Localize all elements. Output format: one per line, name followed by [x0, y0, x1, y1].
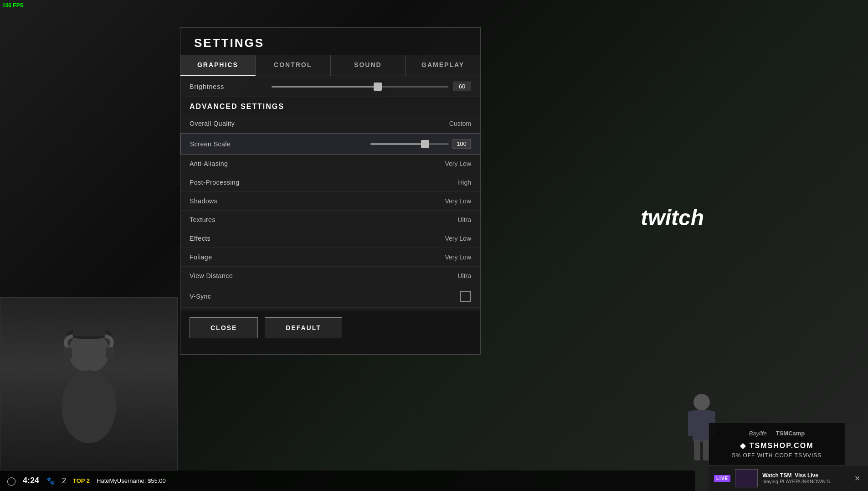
dialog-footer: CLOSE DEFAULT [180, 310, 480, 345]
tabs-bar: GRAPHICS CONTROL SOUND GAMEPLAY [180, 55, 480, 76]
vsync-row[interactable]: V-Sync [180, 285, 480, 308]
twitch-text: Watch TSM_Viss Live playing PLAYERUNKNOW… [762, 472, 847, 484]
twitch-stream-title: Watch TSM_Viss Live [762, 472, 847, 479]
tsmcamp-logo: TSMCamp [776, 430, 805, 437]
anti-aliasing-label: Anti-Aliasing [190, 160, 435, 167]
hud-rank: TOP 2 [73, 477, 90, 484]
screen-scale-slider-container: 100 [370, 139, 471, 149]
hud-donation: HateMyUsername: $55.00 [97, 477, 166, 484]
screen-scale-label: Screen Scale [190, 140, 370, 148]
hud-players: 2 [62, 477, 66, 485]
svg-point-1 [62, 370, 116, 443]
post-processing-value: High [435, 179, 471, 186]
settings-content: Brightness 60 ADVANCED SETTINGS Overall … [180, 76, 480, 310]
svg-rect-3 [73, 325, 105, 336]
default-button[interactable]: DEFAULT [265, 317, 342, 338]
twitch-stream-subtitle: playing PLAYERUNKNOWN'S... [762, 479, 847, 484]
overall-quality-row[interactable]: Overall Quality Custom [180, 114, 480, 133]
vsync-label: V-Sync [190, 293, 460, 300]
foliage-label: Foliage [190, 253, 435, 261]
brightness-slider-container: 60 [272, 82, 471, 91]
effects-label: Effects [190, 235, 435, 242]
effects-row[interactable]: Effects Very Low [180, 229, 480, 248]
baylife-logo: Baylife [749, 430, 767, 437]
brightness-slider-track[interactable] [272, 86, 448, 88]
tsm-shop-overlay: Baylife TSMCamp ◆ TSMSHOP.COM 5% OFF WIT… [709, 423, 845, 466]
brightness-row: Brightness 60 [180, 76, 480, 97]
brightness-slider-fill [272, 86, 378, 88]
anti-aliasing-row[interactable]: Anti-Aliasing Very Low [180, 155, 480, 173]
twitch-thumbnail [735, 469, 758, 487]
svg-rect-4 [64, 347, 72, 359]
foliage-row[interactable]: Foliage Very Low [180, 248, 480, 267]
textures-label: Textures [190, 216, 435, 223]
screen-scale-row[interactable]: Screen Scale 100 [180, 133, 480, 155]
advanced-settings-header: ADVANCED SETTINGS [180, 97, 480, 114]
twitch-logo-area: twitch [641, 205, 704, 230]
tab-graphics[interactable]: GRAPHICS [180, 55, 256, 76]
view-distance-value: Ultra [435, 272, 471, 279]
svg-point-6 [693, 394, 710, 410]
hud-clock-icon: ◯ [7, 476, 16, 486]
svg-rect-5 [106, 347, 114, 359]
settings-title: SETTINGS [180, 28, 480, 55]
post-processing-row[interactable]: Post-Processing High [180, 173, 480, 192]
twitch-live-badge: LIVE [714, 475, 730, 482]
foliage-value: Very Low [435, 253, 471, 261]
overall-quality-value: Custom [435, 120, 471, 127]
screen-scale-slider-track[interactable] [370, 143, 449, 145]
textures-row[interactable]: Textures Ultra [180, 211, 480, 229]
fps-counter: 106 FPS [2, 2, 24, 9]
svg-rect-10 [694, 440, 700, 460]
screen-scale-slider-thumb[interactable] [421, 140, 429, 148]
settings-dialog: SETTINGS GRAPHICS CONTROL SOUND GAMEPLAY… [180, 27, 481, 355]
close-button[interactable]: CLOSE [190, 317, 258, 338]
settings-scroll[interactable]: Overall Quality Custom Screen Scale 100 … [180, 114, 480, 310]
shadows-row[interactable]: Shadows Very Low [180, 192, 480, 211]
view-distance-row[interactable]: View Distance Ultra [180, 267, 480, 285]
tab-gameplay[interactable]: GAMEPLAY [406, 55, 480, 76]
brightness-value: 60 [453, 82, 471, 91]
hud-bar: ◯ 4:24 🐾 2 TOP 2 HateMyUsername: $55.00 [0, 470, 695, 491]
shadows-label: Shadows [190, 197, 435, 205]
vsync-checkbox[interactable] [460, 291, 471, 302]
twitch-logo: twitch [641, 205, 704, 230]
tsm-shield-icon: ◆ TSMSHOP.COM [716, 441, 838, 450]
fps-value: 106 FPS [2, 2, 24, 9]
tab-control[interactable]: CONTROL [256, 55, 331, 76]
svg-rect-7 [693, 410, 711, 442]
twitch-notification: LIVE Watch TSM_Viss Live playing PLAYERU… [709, 465, 868, 491]
webcam-feed [0, 298, 177, 470]
shadows-value: Very Low [435, 197, 471, 205]
screen-scale-slider-fill [370, 143, 425, 145]
overall-quality-label: Overall Quality [190, 120, 435, 127]
brightness-label: Brightness [190, 83, 272, 90]
tsm-discount-text: 5% OFF WITH CODE TSMVISS [716, 452, 838, 459]
anti-aliasing-value: Very Low [435, 160, 471, 167]
twitch-close-button[interactable]: ✕ [852, 473, 863, 484]
view-distance-label: View Distance [190, 272, 435, 279]
webcam-svg [43, 315, 134, 452]
hud-player-icon: 🐾 [46, 476, 55, 485]
post-processing-label: Post-Processing [190, 179, 435, 186]
effects-value: Very Low [435, 235, 471, 242]
svg-rect-8 [688, 411, 693, 436]
textures-value: Ultra [435, 216, 471, 223]
tsm-logos: Baylife TSMCamp [716, 430, 838, 437]
brightness-slider-thumb[interactable] [374, 83, 382, 91]
webcam-box [0, 297, 178, 470]
hud-time: 4:24 [23, 476, 39, 486]
tab-sound[interactable]: SOUND [331, 55, 406, 76]
screen-scale-value: 100 [452, 139, 471, 149]
